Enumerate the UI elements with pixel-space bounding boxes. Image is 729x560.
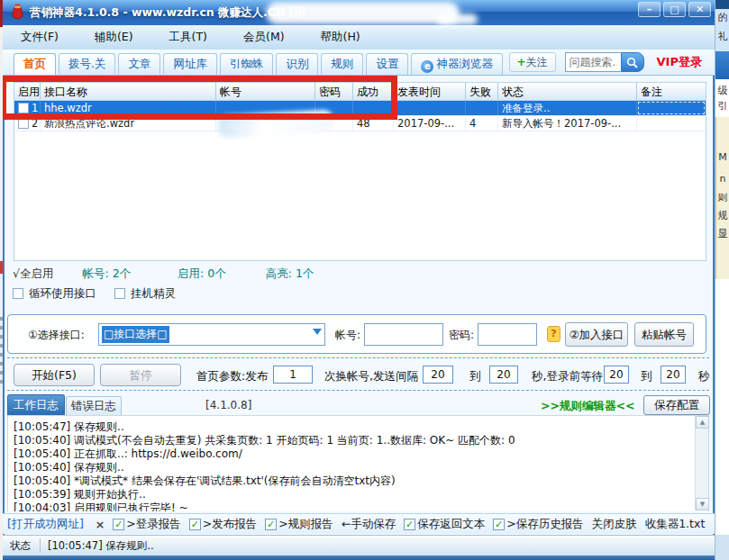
rule-editor-link[interactable]: >>规则编辑器<< xyxy=(541,399,634,414)
sliver-char: 则 xyxy=(715,191,729,204)
row2-note xyxy=(637,116,706,131)
publish-report-option[interactable]: ✓>发布报告 xyxy=(189,517,257,532)
collector-file-label[interactable]: 收集器1.txt xyxy=(645,517,706,532)
search-button[interactable] xyxy=(621,52,644,72)
version-label: [4.1.0.8] xyxy=(205,399,251,411)
tab-url-library[interactable]: 网址库 xyxy=(163,53,217,75)
row1-status: 准备登录.. xyxy=(498,101,637,115)
close-button[interactable]: ✕ xyxy=(688,2,711,17)
interval-from-input[interactable] xyxy=(423,366,453,384)
save-history-report-option[interactable]: ✓>保存历史报告 xyxy=(493,517,583,532)
status-label: 状态 xyxy=(3,539,40,553)
plus-icon: + xyxy=(517,56,526,68)
col-fail[interactable]: 失败 xyxy=(466,83,498,100)
status-message: [10:05:47] 保存规则.. xyxy=(41,539,154,553)
interface-select-value: □接口选择□ xyxy=(102,326,169,343)
tab-rules[interactable]: 规则 xyxy=(321,53,363,75)
row2-fail: 4 xyxy=(466,116,498,131)
tab-spider[interactable]: 引蜘蛛 xyxy=(220,53,274,75)
row2-status: 新导入帐号！2017-09-... xyxy=(498,116,637,131)
sliver-fragment xyxy=(0,317,3,387)
minimize-button[interactable]: – xyxy=(638,2,661,17)
redaction-blur xyxy=(437,14,478,25)
all-enable-toggle[interactable]: 全启用 xyxy=(20,266,54,280)
col-note[interactable]: 备注 xyxy=(637,83,706,100)
add-interface-button[interactable]: ②加入接口 xyxy=(565,322,628,347)
interface-select[interactable]: □接口选择□ xyxy=(98,323,325,346)
checked-checkbox[interactable]: ✓ xyxy=(404,519,415,530)
start-button[interactable]: 开始(F5) xyxy=(14,364,95,386)
interval-to-input[interactable] xyxy=(489,366,518,384)
menu-file[interactable]: 文件(F) xyxy=(15,28,64,47)
close-icon[interactable]: × xyxy=(96,518,105,531)
tab-recognize[interactable]: 识别 xyxy=(276,53,318,75)
menu-tools[interactable]: 工具(T) xyxy=(164,28,213,47)
log-output: [10:05:47] 保存规则.. [10:05:40] 调试模式(不会自动去重… xyxy=(7,415,709,511)
sliver-char: 级 xyxy=(715,84,729,97)
stat-enabled: 启用: 0个 xyxy=(178,266,226,280)
divider xyxy=(7,357,709,358)
sliver-char: M xyxy=(715,151,729,163)
publish-count-input[interactable] xyxy=(273,366,313,384)
tab-dial[interactable]: 拨号.关 xyxy=(59,53,115,75)
account-field[interactable] xyxy=(364,323,443,346)
sliver-char: 显 xyxy=(715,227,729,240)
login-report-option[interactable]: ✓>登录报告 xyxy=(113,517,180,532)
wait-from-input[interactable] xyxy=(604,366,629,384)
tab-work-log[interactable]: 工作日志 xyxy=(7,394,65,415)
tab-browser[interactable]: e神器浏览器 xyxy=(411,53,503,75)
maximize-button[interactable]: □ xyxy=(663,2,686,17)
sliver-fragment xyxy=(715,535,729,560)
open-success-url-link[interactable]: [打开成功网址] xyxy=(7,517,84,532)
log-scrollbar[interactable]: ▲ ▼ xyxy=(695,416,708,510)
rule-report-option[interactable]: ✓>规则报告 xyxy=(265,517,333,532)
loop-interface-checkbox[interactable] xyxy=(13,288,23,299)
col-status[interactable]: 状态 xyxy=(498,83,637,100)
save-return-text-option[interactable]: ✓保存返回文本 xyxy=(404,517,485,532)
tab-article[interactable]: 文章 xyxy=(118,53,160,75)
vip-login-link[interactable]: VIP登录 xyxy=(657,54,702,70)
to-label: 到 xyxy=(469,369,481,384)
manual-save-label[interactable]: ←手动保存 xyxy=(342,517,396,532)
checked-checkbox[interactable]: ✓ xyxy=(493,519,505,530)
wait-to-input[interactable] xyxy=(661,366,686,384)
to-label: 到 xyxy=(641,369,652,384)
checked-checkbox[interactable]: ✓ xyxy=(265,519,277,530)
background-window-sliver-left xyxy=(0,0,3,560)
window-border xyxy=(3,555,715,560)
checked-checkbox[interactable]: ✓ xyxy=(189,519,201,530)
tab-home[interactable]: 首页 xyxy=(14,53,56,75)
checked-checkbox[interactable]: ✓ xyxy=(113,519,124,530)
tab-settings[interactable]: 设置 xyxy=(366,53,408,75)
menu-help[interactable]: 帮助(H) xyxy=(315,28,366,47)
sliver-char: n xyxy=(715,173,729,185)
options-row: 循环使用接口 挂机精灵 xyxy=(13,286,176,301)
save-config-button[interactable]: 保存配置 xyxy=(643,395,710,415)
sliver-char: 引 xyxy=(715,99,729,113)
hang-genie-label: 挂机精灵 xyxy=(131,286,176,302)
menu-member[interactable]: 会员(M) xyxy=(238,28,290,47)
menu-assist[interactable]: 辅助(E) xyxy=(89,28,139,47)
scroll-up-icon[interactable]: ▲ xyxy=(696,416,709,429)
ie-browser-icon: e xyxy=(421,60,433,73)
scroll-down-icon[interactable]: ▼ xyxy=(696,498,709,510)
money-bag-icon xyxy=(11,4,24,20)
loop-interface-label: 循环使用接口 xyxy=(29,286,96,302)
row2-time: 2017-09-... xyxy=(394,116,466,131)
stat-accounts: 帐号: 2个 xyxy=(82,266,131,280)
search-input[interactable] xyxy=(565,52,621,72)
report-options-bar: [打开成功网址] × ✓>登录报告 ✓>发布报告 ✓>规则报告 ←手动保存 ✓保… xyxy=(3,513,715,534)
row1-fail xyxy=(466,101,498,115)
tab-error-log[interactable]: 错误日志 xyxy=(66,396,122,415)
help-icon[interactable]: ? xyxy=(547,326,560,342)
status-bar: 状态 [10:05:47] 保存规则.. xyxy=(3,535,715,555)
password-field[interactable] xyxy=(478,323,537,346)
hang-genie-checkbox[interactable] xyxy=(114,288,125,299)
col-post-time[interactable]: 发表时间 xyxy=(394,83,466,100)
chevron-down-icon xyxy=(313,329,322,335)
pause-button[interactable]: 暂停 xyxy=(100,364,181,386)
paste-account-button[interactable]: 粘贴帐号 xyxy=(634,322,694,347)
close-skin-link[interactable]: 关闭皮肤 xyxy=(592,517,637,532)
follow-button[interactable]: +关注 xyxy=(509,52,556,72)
seconds-label: 秒 xyxy=(698,369,710,384)
